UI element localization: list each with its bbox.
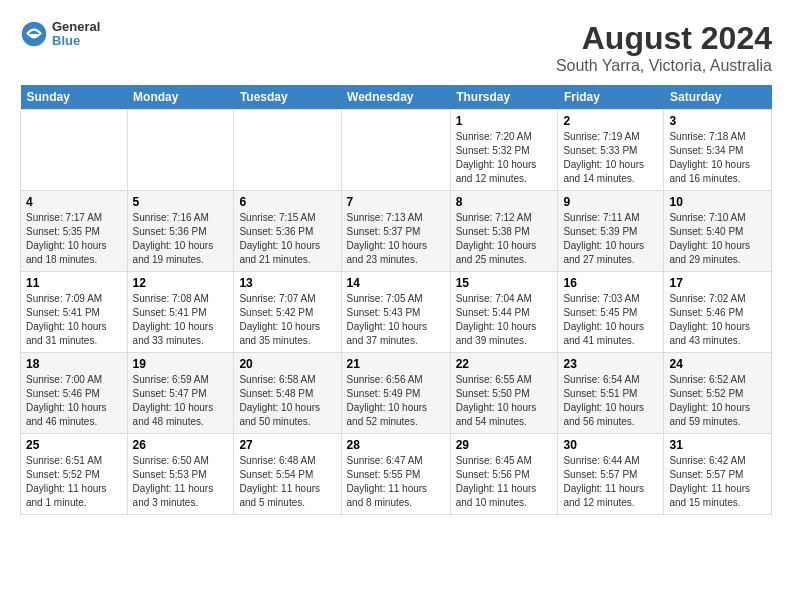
day-number: 6 bbox=[239, 195, 335, 209]
calendar-cell: 11Sunrise: 7:09 AMSunset: 5:41 PMDayligh… bbox=[21, 272, 128, 353]
day-number: 14 bbox=[347, 276, 445, 290]
day-number: 26 bbox=[133, 438, 229, 452]
calendar-cell: 25Sunrise: 6:51 AMSunset: 5:52 PMDayligh… bbox=[21, 434, 128, 515]
page-container: General Blue August 2024 South Yarra, Vi… bbox=[0, 0, 792, 525]
day-number: 24 bbox=[669, 357, 766, 371]
calendar-cell: 2Sunrise: 7:19 AMSunset: 5:33 PMDaylight… bbox=[558, 110, 664, 191]
calendar-cell: 13Sunrise: 7:07 AMSunset: 5:42 PMDayligh… bbox=[234, 272, 341, 353]
day-info: Sunrise: 7:12 AMSunset: 5:38 PMDaylight:… bbox=[456, 211, 553, 267]
calendar-cell: 26Sunrise: 6:50 AMSunset: 5:53 PMDayligh… bbox=[127, 434, 234, 515]
week-row-4: 18Sunrise: 7:00 AMSunset: 5:46 PMDayligh… bbox=[21, 353, 772, 434]
calendar-cell: 30Sunrise: 6:44 AMSunset: 5:57 PMDayligh… bbox=[558, 434, 664, 515]
day-number: 31 bbox=[669, 438, 766, 452]
day-number: 8 bbox=[456, 195, 553, 209]
header-saturday: Saturday bbox=[664, 85, 772, 110]
day-number: 10 bbox=[669, 195, 766, 209]
day-info: Sunrise: 7:15 AMSunset: 5:36 PMDaylight:… bbox=[239, 211, 335, 267]
day-info: Sunrise: 7:16 AMSunset: 5:36 PMDaylight:… bbox=[133, 211, 229, 267]
logo: General Blue bbox=[20, 20, 100, 49]
header-tuesday: Tuesday bbox=[234, 85, 341, 110]
day-info: Sunrise: 6:50 AMSunset: 5:53 PMDaylight:… bbox=[133, 454, 229, 510]
logo-text: General Blue bbox=[52, 20, 100, 49]
day-number: 9 bbox=[563, 195, 658, 209]
day-number: 29 bbox=[456, 438, 553, 452]
calendar-cell: 15Sunrise: 7:04 AMSunset: 5:44 PMDayligh… bbox=[450, 272, 558, 353]
logo-icon bbox=[20, 20, 48, 48]
day-number: 20 bbox=[239, 357, 335, 371]
day-number: 16 bbox=[563, 276, 658, 290]
calendar-cell: 1Sunrise: 7:20 AMSunset: 5:32 PMDaylight… bbox=[450, 110, 558, 191]
week-row-1: 1Sunrise: 7:20 AMSunset: 5:32 PMDaylight… bbox=[21, 110, 772, 191]
day-number: 15 bbox=[456, 276, 553, 290]
calendar-cell: 7Sunrise: 7:13 AMSunset: 5:37 PMDaylight… bbox=[341, 191, 450, 272]
day-info: Sunrise: 7:10 AMSunset: 5:40 PMDaylight:… bbox=[669, 211, 766, 267]
calendar-cell: 5Sunrise: 7:16 AMSunset: 5:36 PMDaylight… bbox=[127, 191, 234, 272]
day-number: 18 bbox=[26, 357, 122, 371]
day-info: Sunrise: 7:05 AMSunset: 5:43 PMDaylight:… bbox=[347, 292, 445, 348]
day-number: 3 bbox=[669, 114, 766, 128]
header-wednesday: Wednesday bbox=[341, 85, 450, 110]
day-info: Sunrise: 6:51 AMSunset: 5:52 PMDaylight:… bbox=[26, 454, 122, 510]
calendar-cell: 16Sunrise: 7:03 AMSunset: 5:45 PMDayligh… bbox=[558, 272, 664, 353]
calendar-cell: 28Sunrise: 6:47 AMSunset: 5:55 PMDayligh… bbox=[341, 434, 450, 515]
day-number: 13 bbox=[239, 276, 335, 290]
day-info: Sunrise: 6:45 AMSunset: 5:56 PMDaylight:… bbox=[456, 454, 553, 510]
calendar-cell: 19Sunrise: 6:59 AMSunset: 5:47 PMDayligh… bbox=[127, 353, 234, 434]
day-number: 5 bbox=[133, 195, 229, 209]
day-info: Sunrise: 6:48 AMSunset: 5:54 PMDaylight:… bbox=[239, 454, 335, 510]
calendar-cell bbox=[234, 110, 341, 191]
page-header: General Blue August 2024 South Yarra, Vi… bbox=[20, 20, 772, 75]
calendar-cell: 14Sunrise: 7:05 AMSunset: 5:43 PMDayligh… bbox=[341, 272, 450, 353]
day-info: Sunrise: 7:20 AMSunset: 5:32 PMDaylight:… bbox=[456, 130, 553, 186]
day-info: Sunrise: 7:17 AMSunset: 5:35 PMDaylight:… bbox=[26, 211, 122, 267]
day-number: 28 bbox=[347, 438, 445, 452]
day-info: Sunrise: 7:08 AMSunset: 5:41 PMDaylight:… bbox=[133, 292, 229, 348]
calendar-cell: 21Sunrise: 6:56 AMSunset: 5:49 PMDayligh… bbox=[341, 353, 450, 434]
day-info: Sunrise: 7:11 AMSunset: 5:39 PMDaylight:… bbox=[563, 211, 658, 267]
logo-line2: Blue bbox=[52, 34, 100, 48]
day-info: Sunrise: 7:03 AMSunset: 5:45 PMDaylight:… bbox=[563, 292, 658, 348]
day-info: Sunrise: 6:59 AMSunset: 5:47 PMDaylight:… bbox=[133, 373, 229, 429]
calendar-cell: 12Sunrise: 7:08 AMSunset: 5:41 PMDayligh… bbox=[127, 272, 234, 353]
day-number: 17 bbox=[669, 276, 766, 290]
week-row-2: 4Sunrise: 7:17 AMSunset: 5:35 PMDaylight… bbox=[21, 191, 772, 272]
day-number: 22 bbox=[456, 357, 553, 371]
header-friday: Friday bbox=[558, 85, 664, 110]
calendar-cell: 18Sunrise: 7:00 AMSunset: 5:46 PMDayligh… bbox=[21, 353, 128, 434]
calendar-table: Sunday Monday Tuesday Wednesday Thursday… bbox=[20, 85, 772, 515]
day-info: Sunrise: 6:55 AMSunset: 5:50 PMDaylight:… bbox=[456, 373, 553, 429]
calendar-cell: 27Sunrise: 6:48 AMSunset: 5:54 PMDayligh… bbox=[234, 434, 341, 515]
calendar-cell: 31Sunrise: 6:42 AMSunset: 5:57 PMDayligh… bbox=[664, 434, 772, 515]
day-number: 7 bbox=[347, 195, 445, 209]
day-info: Sunrise: 6:58 AMSunset: 5:48 PMDaylight:… bbox=[239, 373, 335, 429]
day-info: Sunrise: 6:44 AMSunset: 5:57 PMDaylight:… bbox=[563, 454, 658, 510]
calendar-cell: 17Sunrise: 7:02 AMSunset: 5:46 PMDayligh… bbox=[664, 272, 772, 353]
day-info: Sunrise: 7:02 AMSunset: 5:46 PMDaylight:… bbox=[669, 292, 766, 348]
header-thursday: Thursday bbox=[450, 85, 558, 110]
day-info: Sunrise: 7:04 AMSunset: 5:44 PMDaylight:… bbox=[456, 292, 553, 348]
calendar-cell bbox=[21, 110, 128, 191]
day-number: 23 bbox=[563, 357, 658, 371]
calendar-title: August 2024 bbox=[556, 20, 772, 57]
header-row: Sunday Monday Tuesday Wednesday Thursday… bbox=[21, 85, 772, 110]
week-row-5: 25Sunrise: 6:51 AMSunset: 5:52 PMDayligh… bbox=[21, 434, 772, 515]
logo-line1: General bbox=[52, 20, 100, 34]
calendar-cell: 4Sunrise: 7:17 AMSunset: 5:35 PMDaylight… bbox=[21, 191, 128, 272]
day-number: 27 bbox=[239, 438, 335, 452]
day-number: 12 bbox=[133, 276, 229, 290]
day-number: 11 bbox=[26, 276, 122, 290]
calendar-cell: 20Sunrise: 6:58 AMSunset: 5:48 PMDayligh… bbox=[234, 353, 341, 434]
day-number: 19 bbox=[133, 357, 229, 371]
title-block: August 2024 South Yarra, Victoria, Austr… bbox=[556, 20, 772, 75]
header-sunday: Sunday bbox=[21, 85, 128, 110]
day-number: 2 bbox=[563, 114, 658, 128]
day-info: Sunrise: 6:54 AMSunset: 5:51 PMDaylight:… bbox=[563, 373, 658, 429]
header-monday: Monday bbox=[127, 85, 234, 110]
day-info: Sunrise: 7:18 AMSunset: 5:34 PMDaylight:… bbox=[669, 130, 766, 186]
day-info: Sunrise: 7:07 AMSunset: 5:42 PMDaylight:… bbox=[239, 292, 335, 348]
day-info: Sunrise: 7:13 AMSunset: 5:37 PMDaylight:… bbox=[347, 211, 445, 267]
calendar-subtitle: South Yarra, Victoria, Australia bbox=[556, 57, 772, 75]
day-number: 4 bbox=[26, 195, 122, 209]
calendar-cell: 9Sunrise: 7:11 AMSunset: 5:39 PMDaylight… bbox=[558, 191, 664, 272]
calendar-cell bbox=[127, 110, 234, 191]
